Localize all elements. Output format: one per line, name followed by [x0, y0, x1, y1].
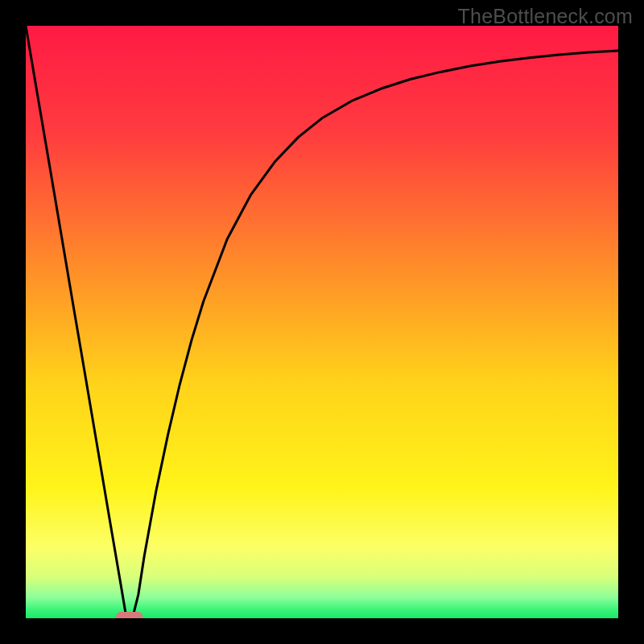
plot-area [26, 26, 618, 618]
optimal-marker [116, 612, 142, 618]
gradient-background [26, 26, 618, 618]
chart-svg [26, 26, 618, 618]
chart-frame: TheBottleneck.com [0, 0, 644, 644]
watermark-text: TheBottleneck.com [458, 5, 633, 28]
